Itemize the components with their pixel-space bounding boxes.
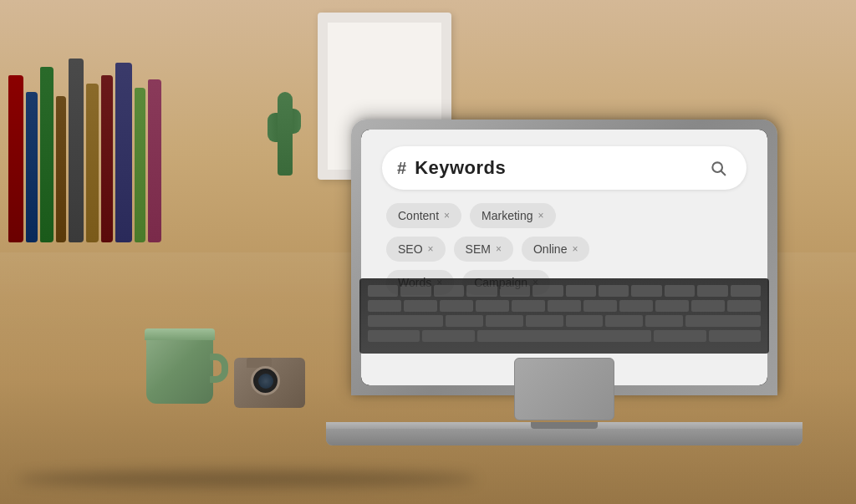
key	[731, 285, 761, 297]
book-4	[56, 96, 66, 242]
key	[583, 300, 617, 312]
camera-lens	[251, 366, 280, 395]
tag-seo-close[interactable]: ×	[428, 243, 434, 255]
key	[368, 285, 398, 297]
cactus-body	[278, 92, 293, 176]
key	[566, 315, 604, 327]
key-row-2	[368, 300, 761, 312]
key	[476, 300, 509, 312]
key	[434, 285, 464, 297]
tag-online-close[interactable]: ×	[572, 243, 578, 255]
key-row-1	[368, 285, 761, 297]
tag-seo[interactable]: SEO ×	[386, 237, 446, 262]
camera-body	[234, 358, 305, 408]
key	[500, 285, 530, 297]
book-8	[115, 63, 132, 242]
svg-line-1	[721, 171, 726, 176]
book-2	[26, 92, 38, 242]
tag-sem-label: SEM	[466, 242, 491, 256]
key	[532, 285, 563, 297]
book-6	[86, 84, 99, 242]
key	[665, 285, 695, 297]
key	[422, 330, 474, 342]
mug-body	[146, 328, 213, 404]
tags-row-1: Content × Marketing ×	[386, 203, 742, 228]
mug-handle	[210, 354, 228, 383]
book-5	[69, 59, 84, 242]
search-keywords-label: Keywords	[415, 157, 696, 179]
hash-symbol: #	[397, 159, 406, 178]
tag-seo-label: SEO	[398, 242, 423, 256]
key	[466, 285, 497, 297]
laptop: # Keywords	[326, 120, 802, 471]
key	[599, 285, 629, 297]
key	[566, 285, 596, 297]
tag-marketing[interactable]: Marketing ×	[470, 203, 555, 228]
books-shelf	[0, 25, 167, 242]
key-shift-right	[685, 315, 761, 327]
key	[691, 300, 725, 312]
tag-sem-close[interactable]: ×	[496, 243, 502, 255]
key	[619, 300, 653, 312]
search-icon-button[interactable]	[705, 155, 731, 181]
tag-online-label: Online	[533, 242, 567, 256]
book-1	[8, 75, 23, 242]
key	[645, 315, 683, 327]
tag-marketing-close[interactable]: ×	[538, 210, 544, 221]
tag-content-label: Content	[398, 209, 439, 222]
key	[697, 285, 727, 297]
search-bar[interactable]: # Keywords	[382, 146, 746, 190]
key	[440, 300, 473, 312]
key	[486, 315, 523, 327]
laptop-hinge	[531, 422, 598, 429]
key	[368, 300, 401, 312]
key-shift	[368, 315, 443, 327]
camera-lens-inner	[258, 374, 273, 389]
key	[512, 300, 545, 312]
key	[446, 315, 483, 327]
tag-content[interactable]: Content ×	[386, 203, 461, 228]
keyboard-rows	[359, 278, 769, 349]
key-row-3	[368, 315, 761, 327]
tag-online[interactable]: Online ×	[522, 237, 589, 262]
coffee-mug	[146, 312, 226, 404]
trackpad[interactable]	[514, 358, 614, 420]
laptop-screen-outer: # Keywords	[351, 120, 777, 395]
book-10	[148, 79, 161, 242]
cactus	[268, 67, 301, 176]
keyboard-area	[359, 278, 769, 354]
key	[605, 315, 643, 327]
key	[655, 300, 689, 312]
mug-rim	[145, 328, 215, 340]
tag-marketing-label: Marketing	[482, 209, 532, 222]
book-9	[135, 88, 145, 242]
key	[400, 285, 431, 297]
key-row-4	[368, 330, 761, 342]
key	[526, 315, 563, 327]
book-7	[101, 75, 113, 242]
laptop-bottom-lip	[326, 429, 802, 445]
key	[404, 300, 437, 312]
book-3	[40, 67, 54, 242]
key	[709, 330, 761, 342]
camera	[234, 349, 309, 408]
key	[548, 300, 581, 312]
key	[368, 330, 420, 342]
key	[654, 330, 706, 342]
tag-sem[interactable]: SEM ×	[454, 237, 513, 262]
tags-row-2: SEO × SEM × Online ×	[386, 237, 742, 262]
key-space	[477, 330, 651, 342]
key	[631, 285, 661, 297]
tag-content-close[interactable]: ×	[444, 210, 450, 221]
laptop-base	[326, 422, 802, 445]
laptop-shadow	[17, 471, 476, 487]
key	[727, 300, 761, 312]
